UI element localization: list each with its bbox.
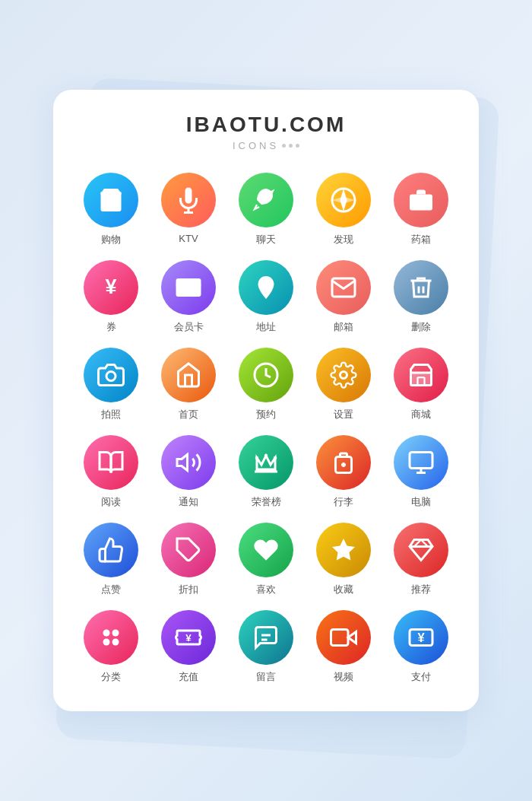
icon-label-home: 首页 (179, 408, 198, 421)
icon-circle-address (239, 260, 293, 315)
svg-point-24 (264, 454, 268, 458)
icon-label-discount: 折扣 (179, 583, 198, 596)
icon-label-address: 地址 (256, 320, 276, 334)
icon-label-ranking: 荣誉榜 (252, 495, 281, 509)
icon-item-discover[interactable]: 发现 (309, 173, 378, 246)
icon-circle-video (316, 610, 371, 665)
icon-item-recommend[interactable]: 推荐 (386, 523, 456, 596)
icon-circle-pay: ¥ (394, 610, 448, 665)
icon-item-favorite[interactable]: 喜欢 (231, 523, 301, 596)
icon-label-recommend: 推荐 (411, 583, 431, 596)
icon-label-category: 分类 (101, 670, 121, 684)
icons-grid: 购物KTV聊天发现药箱¥券会员卡地址邮箱删除拍照首页预约设置商城阅读通知荣誉榜行… (76, 173, 456, 684)
icon-circle-settings (316, 348, 371, 402)
icon-item-category[interactable]: 分类 (76, 610, 146, 684)
icon-circle-recommend (394, 523, 448, 577)
icon-circle-like (84, 523, 138, 577)
icon-label-notify: 通知 (179, 495, 198, 509)
icon-label-photo: 拍照 (101, 408, 121, 421)
icon-item-settings[interactable]: 设置 (309, 348, 378, 421)
icon-circle-comment (239, 610, 293, 665)
icon-circle-recharge: ¥ (161, 610, 216, 665)
icon-label-shopping: 购物 (101, 233, 121, 246)
dot3 (296, 144, 299, 148)
header: IBAOTU.COM ICONS (76, 113, 456, 151)
icon-circle-ranking (239, 435, 293, 490)
svg-point-14 (263, 281, 269, 288)
icon-circle-luggage (316, 435, 371, 490)
icon-item-ktv[interactable]: KTV (154, 173, 223, 246)
icon-item-shopping[interactable]: 购物 (76, 173, 146, 246)
icon-label-email: 邮箱 (334, 320, 353, 334)
icon-item-mall[interactable]: 商城 (386, 348, 456, 421)
svg-point-38 (112, 630, 119, 637)
svg-point-40 (112, 639, 119, 646)
icon-item-reading[interactable]: 阅读 (76, 435, 146, 509)
svg-text:¥: ¥ (185, 632, 192, 644)
icon-item-delete[interactable]: 删除 (386, 260, 456, 334)
svg-text:¥: ¥ (417, 631, 425, 644)
icon-circle-ktv (161, 173, 216, 227)
svg-point-15 (106, 372, 116, 381)
icon-circle-chat (239, 173, 293, 227)
icon-item-membercard[interactable]: 会员卡 (154, 260, 223, 334)
icon-item-medicine[interactable]: 药箱 (386, 173, 456, 246)
icon-item-email[interactable]: 邮箱 (309, 260, 378, 334)
icon-circle-email (316, 260, 371, 315)
icon-circle-home (161, 348, 216, 402)
svg-rect-11 (176, 278, 201, 297)
icon-circle-mall (394, 348, 448, 402)
icon-label-luggage: 行李 (334, 495, 353, 509)
icon-item-ranking[interactable]: 荣誉榜 (231, 435, 301, 509)
svg-marker-33 (332, 539, 355, 561)
icon-label-settings: 设置 (334, 408, 353, 421)
icon-item-address[interactable]: 地址 (231, 260, 301, 334)
icon-label-mall: 商城 (411, 408, 431, 421)
icon-label-computer: 电脑 (411, 495, 431, 509)
icon-circle-medicine (394, 173, 448, 227)
icon-label-medicine: 药箱 (411, 233, 431, 246)
svg-marker-22 (177, 455, 188, 471)
icon-item-like[interactable]: 点赞 (76, 523, 146, 596)
icon-circle-membercard (161, 260, 216, 315)
icon-circle-reading (84, 435, 138, 490)
icon-circle-appointment (239, 348, 293, 402)
icon-item-luggage[interactable]: 行李 (309, 435, 378, 509)
icon-circle-coupon: ¥ (84, 260, 138, 315)
icon-item-home[interactable]: 首页 (154, 348, 223, 421)
icon-circle-computer (394, 435, 448, 490)
icon-item-collect[interactable]: 收藏 (309, 523, 378, 596)
svg-marker-44 (348, 632, 356, 644)
icon-item-coupon[interactable]: ¥券 (76, 260, 146, 334)
icon-item-chat[interactable]: 聊天 (231, 173, 301, 246)
icon-circle-discover (316, 173, 371, 227)
icon-item-photo[interactable]: 拍照 (76, 348, 146, 421)
icon-item-recharge[interactable]: ¥充值 (154, 610, 223, 684)
icon-circle-photo (84, 348, 138, 402)
icon-label-ktv: KTV (179, 233, 198, 244)
svg-point-25 (274, 456, 277, 460)
icon-item-appointment[interactable]: 预约 (231, 348, 301, 421)
svg-point-39 (103, 639, 110, 646)
icon-label-chat: 聊天 (256, 233, 276, 246)
icon-item-video[interactable]: 视频 (309, 610, 378, 684)
icon-label-reading: 阅读 (101, 495, 121, 509)
svg-point-17 (340, 372, 347, 379)
icon-item-computer[interactable]: 电脑 (386, 435, 456, 509)
svg-point-23 (255, 456, 259, 460)
icon-item-pay[interactable]: ¥支付 (386, 610, 456, 684)
main-card: IBAOTU.COM ICONS 购物KTV聊天发现药箱¥券会员卡地址邮箱删除拍… (53, 90, 479, 711)
icon-label-recharge: 充值 (179, 670, 198, 684)
svg-rect-29 (410, 453, 432, 469)
icon-item-discount[interactable]: 折扣 (154, 523, 223, 596)
svg-marker-6 (332, 197, 355, 204)
header-subtitle: ICONS (76, 140, 456, 151)
icon-item-notify[interactable]: 通知 (154, 435, 223, 509)
icon-label-favorite: 喜欢 (256, 583, 276, 596)
icon-circle-delete (394, 260, 448, 315)
svg-text:¥: ¥ (105, 275, 116, 298)
icon-label-video: 视频 (334, 670, 353, 684)
header-title: IBAOTU.COM (76, 113, 456, 137)
icon-item-comment[interactable]: 留言 (231, 610, 301, 684)
icon-label-membercard: 会员卡 (174, 320, 204, 334)
